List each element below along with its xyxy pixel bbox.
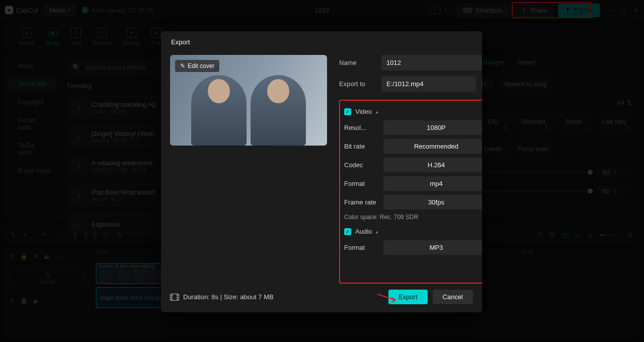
name-label: Name [339, 59, 376, 66]
bitrate-select[interactable]: Recommended [383, 139, 482, 154]
resolution-select[interactable]: 1080P [383, 120, 482, 135]
cover-preview: ✎Edit cover [170, 55, 327, 146]
cancel-button[interactable]: Cancel [433, 290, 473, 304]
fps-select[interactable]: 30fps [383, 195, 482, 210]
export-to-label: Export to [339, 80, 376, 88]
film-icon [170, 294, 179, 301]
video-section-label: Video [355, 108, 372, 115]
modal-title: Export [161, 31, 482, 51]
audio-format-select[interactable]: MP3 [383, 240, 482, 255]
browse-folder-button[interactable]: 🗀 [481, 76, 482, 92]
export-button[interactable]: Export [388, 290, 428, 304]
export-settings-highlight: ✓ Video ▴ Resol...1080P Bit rateRecommen… [339, 100, 482, 284]
codec-select[interactable]: H.264 [383, 158, 482, 172]
bitrate-label: Bit rate [344, 143, 383, 150]
audio-format-label: Format [344, 244, 383, 251]
resolution-label: Resol... [344, 124, 383, 131]
format-label: Format [344, 180, 383, 187]
fps-label: Frame rate [344, 198, 383, 206]
edit-cover-button[interactable]: ✎Edit cover [175, 60, 219, 72]
format-select[interactable]: mp4 [383, 176, 482, 191]
chevron-up-icon[interactable]: ▴ [376, 109, 378, 114]
name-input[interactable] [381, 55, 482, 71]
audio-checkbox[interactable]: ✓ [344, 228, 351, 235]
export-path-input[interactable] [381, 76, 476, 92]
codec-label: Codec [344, 161, 383, 169]
color-space-note: Color space: Rec. 709 SDR [344, 214, 482, 221]
duration-info: Duration: 8s | Size: about 7 MB [170, 293, 274, 301]
video-checkbox[interactable]: ✓ [344, 108, 351, 115]
chevron-up-icon[interactable]: ▴ [376, 229, 378, 234]
audio-section-label: Audio [355, 228, 372, 235]
export-modal: Export ✎Edit cover Name Export to 🗀 ✓ Vi… [161, 31, 482, 312]
pencil-icon: ✎ [180, 62, 185, 70]
